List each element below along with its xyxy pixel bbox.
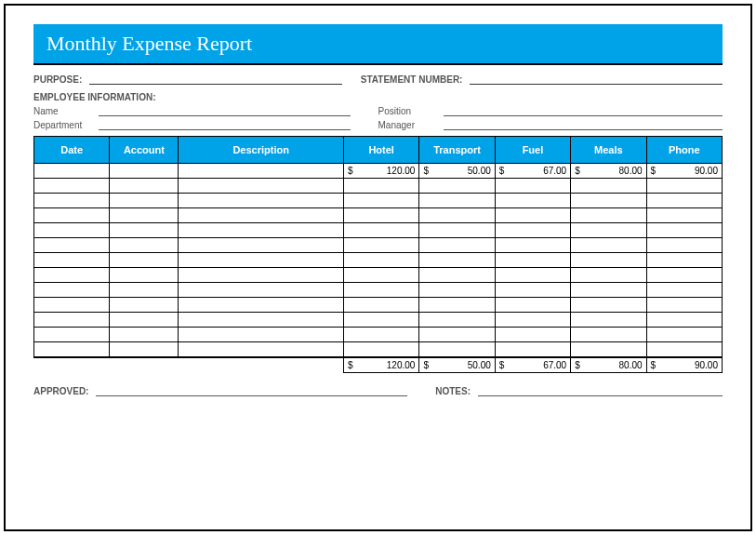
total-phone-value: 90.00 <box>695 360 718 370</box>
currency-symbol: $ <box>575 360 580 370</box>
col-account: Account <box>110 137 179 164</box>
table-row[interactable] <box>34 208 723 223</box>
department-input-line[interactable] <box>99 121 351 130</box>
total-phone: $90.00 <box>646 357 722 373</box>
table-row[interactable] <box>34 313 723 328</box>
table-row[interactable] <box>34 223 723 238</box>
table-row[interactable] <box>34 342 723 357</box>
employee-info-header: EMPLOYEE INFORMATION: <box>33 92 723 102</box>
cell-hotel-value: 120.00 <box>387 166 416 176</box>
total-transport-value: 50.00 <box>468 360 491 370</box>
name-input-line[interactable] <box>99 107 351 116</box>
table-row[interactable] <box>34 328 723 342</box>
table-header-row: Date Account Description Hotel Transport… <box>34 137 723 164</box>
employee-name-row: Name Position <box>33 106 723 116</box>
cell-hotel[interactable]: $120.00 <box>343 164 418 179</box>
total-hotel: $120.00 <box>343 357 418 373</box>
cell-date[interactable] <box>34 164 110 179</box>
totals-row: $120.00 $50.00 $67.00 $80.00 $90.00 <box>34 357 723 373</box>
cell-phone-value: 90.00 <box>695 166 718 176</box>
cell-transport-value: 50.00 <box>468 166 491 176</box>
currency-symbol: $ <box>651 166 657 176</box>
table-row[interactable] <box>34 298 723 313</box>
col-hotel: Hotel <box>343 137 418 164</box>
approved-input-line[interactable] <box>96 387 407 396</box>
cell-account[interactable] <box>110 164 179 179</box>
total-fuel-value: 67.00 <box>543 360 566 370</box>
cell-meals-value: 80.00 <box>619 166 643 176</box>
footer-row: APPROVED: NOTES: <box>33 386 723 396</box>
table-row[interactable] <box>34 283 723 298</box>
statement-number-label: STATEMENT NUMBER: <box>361 74 463 85</box>
manager-input-line[interactable] <box>444 121 723 130</box>
position-label: Position <box>378 106 444 116</box>
employee-dept-row: Department Manager <box>33 120 723 130</box>
currency-symbol: $ <box>423 166 429 176</box>
document-frame: Monthly Expense Report PURPOSE: STATEMEN… <box>4 4 752 531</box>
cell-description[interactable] <box>179 164 344 179</box>
col-phone: Phone <box>646 137 722 164</box>
col-description: Description <box>179 137 344 164</box>
expense-table: Date Account Description Hotel Transport… <box>33 136 723 373</box>
table-row[interactable] <box>34 253 723 268</box>
notes-input-line[interactable] <box>478 387 723 396</box>
currency-symbol: $ <box>575 166 580 176</box>
name-label: Name <box>33 106 99 116</box>
manager-label: Manager <box>378 120 444 130</box>
purpose-label: PURPOSE: <box>33 74 82 85</box>
currency-symbol: $ <box>348 360 353 370</box>
currency-symbol: $ <box>651 360 657 370</box>
notes-label: NOTES: <box>435 386 471 396</box>
statement-number-input-line[interactable] <box>470 75 723 85</box>
table-row[interactable] <box>34 268 723 283</box>
col-fuel: Fuel <box>495 137 570 164</box>
table-row[interactable] <box>34 179 723 194</box>
col-transport: Transport <box>419 137 495 164</box>
cell-fuel[interactable]: $67.00 <box>495 164 570 179</box>
purpose-input-line[interactable] <box>89 75 342 85</box>
cell-fuel-value: 67.00 <box>543 166 566 176</box>
table-row[interactable] <box>34 194 723 208</box>
currency-symbol: $ <box>348 166 353 176</box>
cell-phone[interactable]: $90.00 <box>646 164 722 179</box>
report-title: Monthly Expense Report <box>33 24 723 65</box>
total-fuel: $67.00 <box>495 357 570 373</box>
currency-symbol: $ <box>499 166 505 176</box>
totals-spacer <box>34 357 344 373</box>
department-label: Department <box>33 120 99 130</box>
position-input-line[interactable] <box>444 107 723 116</box>
total-meals-value: 80.00 <box>619 360 643 370</box>
total-meals: $80.00 <box>571 357 646 373</box>
total-transport: $50.00 <box>419 357 495 373</box>
currency-symbol: $ <box>499 360 505 370</box>
currency-symbol: $ <box>423 360 429 370</box>
col-date: Date <box>34 137 110 164</box>
total-hotel-value: 120.00 <box>387 360 416 370</box>
table-row[interactable]: $120.00 $50.00 $67.00 $80.00 $90.00 <box>34 164 723 179</box>
cell-meals[interactable]: $80.00 <box>571 164 646 179</box>
cell-transport[interactable]: $50.00 <box>419 164 495 179</box>
purpose-row: PURPOSE: STATEMENT NUMBER: <box>33 74 723 85</box>
table-row[interactable] <box>34 238 723 253</box>
approved-label: APPROVED: <box>33 386 88 396</box>
col-meals: Meals <box>571 137 646 164</box>
